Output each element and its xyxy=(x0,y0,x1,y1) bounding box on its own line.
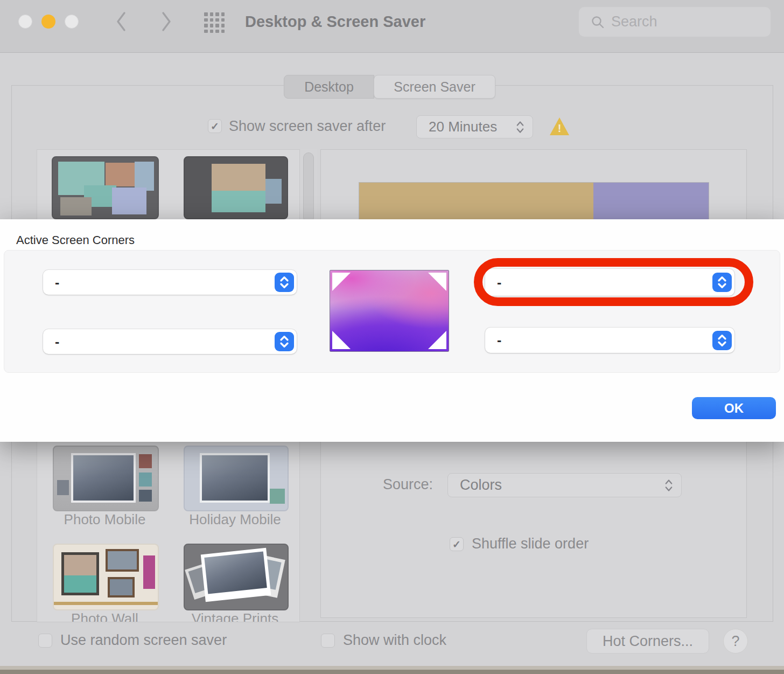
stepper-chevrons-icon xyxy=(712,273,732,292)
corner-popup-bottom-left[interactable]: - xyxy=(43,329,297,354)
collage-patch xyxy=(106,163,137,186)
corner-popup-top-left[interactable]: - xyxy=(43,270,297,295)
photo-patch xyxy=(139,490,152,502)
shuffle-checkbox[interactable]: ✓ xyxy=(450,537,464,551)
corner-triangle-bottom-left xyxy=(332,331,351,349)
photo-patch xyxy=(265,179,282,204)
saver-label-vintage-prints: Vintage Prints xyxy=(184,610,286,622)
close-window-button[interactable] xyxy=(18,15,32,29)
screensaver-thumb-photo-mobile[interactable] xyxy=(53,446,159,511)
photo-patch xyxy=(139,473,152,487)
framed-photo xyxy=(106,549,139,572)
forward-button[interactable] xyxy=(159,10,173,33)
source-popup[interactable]: Colors xyxy=(447,473,682,497)
search-input[interactable]: Search xyxy=(579,7,771,37)
framed-photo xyxy=(61,552,99,595)
scrollbar-thumb[interactable] xyxy=(303,152,314,223)
corner-popup-bottom-right[interactable]: - xyxy=(485,328,734,353)
photo-patch xyxy=(57,480,69,495)
show-clock-checkbox[interactable] xyxy=(321,634,335,648)
active-screen-corners-sheet: Active Screen Corners - - - xyxy=(0,219,784,442)
tab-desktop[interactable]: Desktop xyxy=(284,75,374,99)
search-placeholder: Search xyxy=(611,13,657,30)
collage-patch xyxy=(112,187,146,214)
show-screensaver-label: Show screen saver after xyxy=(229,118,386,135)
saver-label-photo-mobile: Photo Mobile xyxy=(53,511,157,528)
tab-screen-saver[interactable]: Screen Saver xyxy=(374,75,495,99)
screen-corners-preview-image xyxy=(330,270,449,352)
photo-patch xyxy=(139,454,152,468)
screensaver-thumb-holiday-mobile[interactable] xyxy=(184,446,289,511)
photo-patch xyxy=(212,191,265,212)
print-photo xyxy=(201,548,271,602)
stepper-chevrons-icon xyxy=(275,273,294,292)
hot-corners-button[interactable]: Hot Corners... xyxy=(586,629,709,654)
popup-chevrons-icon xyxy=(664,478,674,492)
saver-label-photo-wall: Photo Wall xyxy=(53,610,157,622)
use-random-checkbox[interactable] xyxy=(38,634,52,648)
photo-patch xyxy=(212,164,265,191)
framed-photo xyxy=(108,577,135,597)
stepper-chevrons-icon xyxy=(712,331,732,350)
sheet-title: Active Screen Corners xyxy=(16,233,135,247)
search-icon xyxy=(591,15,605,29)
popup-chevrons-icon xyxy=(515,120,525,134)
shelf xyxy=(54,602,158,605)
page-title: Desktop & Screen Saver xyxy=(245,13,425,31)
screensaver-thumb-collage[interactable] xyxy=(52,156,159,219)
photo-patch xyxy=(200,453,270,503)
corner-popup-top-right[interactable]: - xyxy=(485,269,734,296)
zoom-window-button[interactable] xyxy=(65,15,79,29)
corner-triangle-bottom-right xyxy=(428,331,446,349)
show-screensaver-checkbox[interactable]: ✓ xyxy=(208,119,222,133)
collage-patch xyxy=(135,162,154,191)
desktop-screensaver-window: Desktop & Screen Saver Search Desktop Sc… xyxy=(0,0,784,674)
show-clock-label: Show with clock xyxy=(343,632,446,649)
screensaver-thumb-kenburns[interactable] xyxy=(184,156,288,219)
shuffle-label: Shuffle slide order xyxy=(472,536,589,552)
corner-triangle-top-right xyxy=(428,273,446,291)
stepper-chevrons-icon xyxy=(275,332,294,351)
checkmark-icon: ✓ xyxy=(452,538,461,551)
framed-photo xyxy=(143,555,155,589)
use-random-label: Use random screen saver xyxy=(60,632,227,649)
collage-patch xyxy=(60,197,92,216)
photo-patch xyxy=(71,453,136,503)
screensaver-thumb-photo-wall[interactable] xyxy=(53,544,159,610)
desktop-sliver xyxy=(0,670,784,674)
minimize-window-button[interactable] xyxy=(41,15,55,29)
ok-button[interactable]: OK xyxy=(692,397,776,419)
back-button[interactable] xyxy=(114,10,128,33)
window-toolbar: Desktop & Screen Saver Search xyxy=(0,0,784,53)
screensaver-delay-popup[interactable]: 20 Minutes xyxy=(416,115,533,138)
checkmark-icon: ✓ xyxy=(211,120,219,133)
photo-patch xyxy=(270,489,285,504)
saver-label-holiday-mobile: Holiday Mobile xyxy=(184,511,286,528)
show-all-preferences-icon[interactable] xyxy=(204,12,225,33)
source-label: Source: xyxy=(383,476,433,493)
help-button[interactable]: ? xyxy=(723,629,748,654)
screensaver-thumb-vintage-prints[interactable] xyxy=(184,544,289,610)
corner-triangle-top-left xyxy=(332,273,351,291)
window-bottom-edge xyxy=(0,666,784,670)
